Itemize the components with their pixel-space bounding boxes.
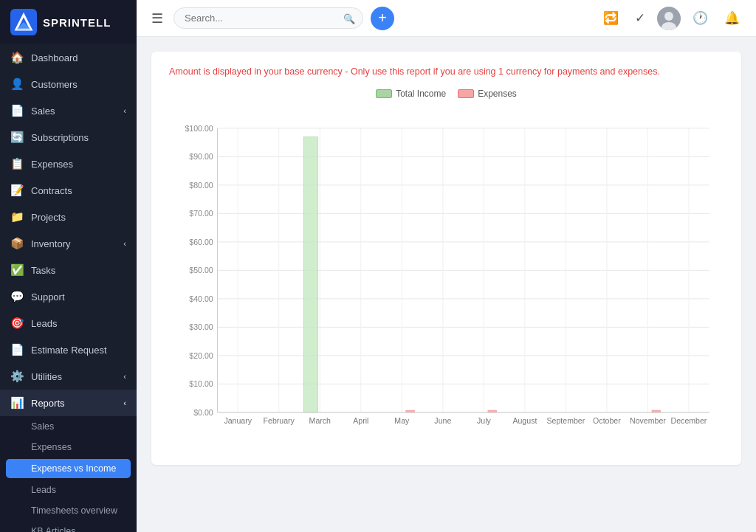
- sidebar-nav: 🏠 Dashboard 👤 Customers 📄 Sales ‹ 🔄 Subs…: [0, 44, 137, 532]
- sidebar-sub-sales[interactable]: Sales: [0, 416, 137, 437]
- arrow-sales: ‹: [123, 106, 126, 115]
- arrow-utilities: ‹: [123, 372, 126, 381]
- label-expenses: Expenses: [31, 159, 126, 170]
- income-label: Total Income: [396, 89, 446, 99]
- svg-text:March: March: [309, 416, 331, 425]
- sidebar-item-estimate-request[interactable]: 📄 Estimate Request: [0, 336, 137, 363]
- label-leads: Leads: [31, 318, 126, 329]
- sidebar-item-contracts[interactable]: 📝 Contracts: [0, 177, 137, 204]
- label-subscriptions: Subscriptions: [31, 132, 126, 143]
- svg-text:$60.00: $60.00: [189, 238, 213, 246]
- svg-text:December: December: [671, 416, 707, 425]
- sidebar-item-tasks[interactable]: ✅ Tasks: [0, 257, 137, 283]
- sidebar-item-leads[interactable]: 🎯 Leads: [0, 310, 137, 336]
- icon-reports: 📊: [10, 396, 24, 410]
- sidebar-item-utilities[interactable]: ⚙️ Utilities ‹: [0, 363, 137, 390]
- sidebar-sub-timesheets[interactable]: Timesheets overview: [0, 500, 137, 521]
- expenses-label: Expenses: [478, 89, 517, 99]
- chart-area: $0.00$10.00$20.00$30.00$40.00$50.00$60.0…: [169, 108, 724, 447]
- icon-customers: 👤: [10, 77, 24, 91]
- sidebar-item-sales[interactable]: 📄 Sales ‹: [0, 97, 137, 124]
- label-inventory: Inventory: [31, 238, 123, 249]
- sidebar-sub-expenses-vs-income[interactable]: Expenses vs Income: [6, 459, 131, 478]
- svg-text:$50.00: $50.00: [189, 266, 213, 274]
- menu-icon[interactable]: ☰: [148, 7, 166, 30]
- arrow-reports: ‹: [123, 398, 126, 407]
- icon-inventory: 📦: [10, 237, 24, 250]
- icon-dashboard: 🏠: [10, 51, 24, 64]
- svg-text:June: June: [434, 416, 451, 425]
- label-sales: Sales: [31, 106, 123, 117]
- svg-text:October: October: [593, 416, 621, 425]
- clock-icon[interactable]: 🕐: [688, 7, 712, 29]
- icon-utilities: ⚙️: [10, 370, 24, 383]
- icon-leads: 🎯: [10, 317, 24, 330]
- sidebar-item-projects[interactable]: 📁 Projects: [0, 204, 137, 230]
- sidebar-item-expenses[interactable]: 📋 Expenses: [0, 151, 137, 177]
- reports-submenu: SalesExpensesExpenses vs IncomeLeadsTime…: [0, 416, 137, 532]
- expenses-swatch: [458, 89, 474, 98]
- icon-expenses: 📋: [10, 157, 24, 170]
- avatar[interactable]: [657, 7, 681, 30]
- svg-text:May: May: [394, 416, 410, 425]
- check-icon[interactable]: ✓: [630, 7, 650, 29]
- label-customers: Customers: [31, 79, 126, 90]
- icon-estimate-request: 📄: [10, 343, 24, 356]
- sidebar-item-reports[interactable]: 📊 Reports ‹: [0, 390, 137, 416]
- label-projects: Projects: [31, 212, 126, 223]
- sidebar-item-subscriptions[interactable]: 🔄 Subscriptions: [0, 124, 137, 151]
- report-card: Amount is displayed in your base currenc…: [151, 52, 741, 465]
- svg-text:$70.00: $70.00: [189, 209, 213, 218]
- svg-rect-52: [303, 137, 317, 412]
- sidebar-sub-expenses[interactable]: Expenses: [0, 437, 137, 457]
- svg-text:April: April: [353, 416, 368, 425]
- sidebar-sub-kb-articles[interactable]: KB Articles: [0, 521, 137, 532]
- label-dashboard: Dashboard: [31, 52, 126, 63]
- sidebar-item-support[interactable]: 💬 Support: [0, 283, 137, 310]
- sidebar-sub-leads[interactable]: Leads: [0, 480, 137, 500]
- label-reports: Reports: [31, 398, 123, 409]
- svg-text:February: February: [264, 416, 295, 425]
- search-icon: 🔍: [343, 13, 355, 24]
- chart-legend: Total Income Expenses: [169, 89, 724, 99]
- svg-text:July: July: [477, 416, 492, 425]
- icon-projects: 📁: [10, 210, 24, 224]
- svg-text:January: January: [224, 416, 252, 425]
- label-estimate-request: Estimate Request: [31, 345, 126, 356]
- main-area: ☰ 🔍 + 🔁 ✓ 🕐 🔔 Amount is displayed in you…: [137, 0, 756, 532]
- sidebar-item-dashboard[interactable]: 🏠 Dashboard: [0, 44, 137, 71]
- svg-text:September: September: [547, 416, 585, 425]
- svg-text:November: November: [630, 416, 666, 425]
- legend-income: Total Income: [376, 89, 446, 99]
- chart-svg: $0.00$10.00$20.00$30.00$40.00$50.00$60.0…: [169, 108, 724, 447]
- icon-support: 💬: [10, 290, 24, 303]
- label-utilities: Utilities: [31, 371, 123, 382]
- legend-expenses: Expenses: [458, 89, 517, 99]
- report-warning: Amount is displayed in your base currenc…: [169, 66, 724, 77]
- app-name: SPRINTELL: [43, 16, 111, 29]
- content-area: Amount is displayed in your base currenc…: [137, 37, 756, 532]
- sidebar-item-customers[interactable]: 👤 Customers: [0, 71, 137, 97]
- svg-text:$0.00: $0.00: [193, 408, 213, 417]
- icon-contracts: 📝: [10, 184, 24, 197]
- app-logo[interactable]: SPRINTELL: [0, 0, 137, 44]
- arrow-inventory: ‹: [123, 239, 126, 248]
- search-input[interactable]: [173, 7, 363, 29]
- icon-subscriptions: 🔄: [10, 131, 24, 144]
- svg-text:$80.00: $80.00: [189, 181, 213, 190]
- svg-text:$40.00: $40.00: [189, 294, 213, 303]
- share-icon[interactable]: 🔁: [599, 7, 623, 29]
- sidebar-item-inventory[interactable]: 📦 Inventory ‹: [0, 230, 137, 257]
- svg-point-4: [664, 12, 673, 21]
- svg-text:$100.00: $100.00: [185, 124, 213, 133]
- add-button[interactable]: +: [371, 7, 394, 30]
- icon-tasks: ✅: [10, 263, 24, 277]
- sidebar: SPRINTELL 🏠 Dashboard 👤 Customers 📄 Sale…: [0, 0, 137, 532]
- income-swatch: [376, 89, 392, 98]
- bell-icon[interactable]: 🔔: [720, 7, 744, 29]
- svg-text:$30.00: $30.00: [189, 322, 213, 331]
- svg-text:$10.00: $10.00: [189, 379, 213, 388]
- label-tasks: Tasks: [31, 265, 126, 276]
- topbar: ☰ 🔍 + 🔁 ✓ 🕐 🔔: [137, 0, 756, 37]
- label-support: Support: [31, 291, 126, 303]
